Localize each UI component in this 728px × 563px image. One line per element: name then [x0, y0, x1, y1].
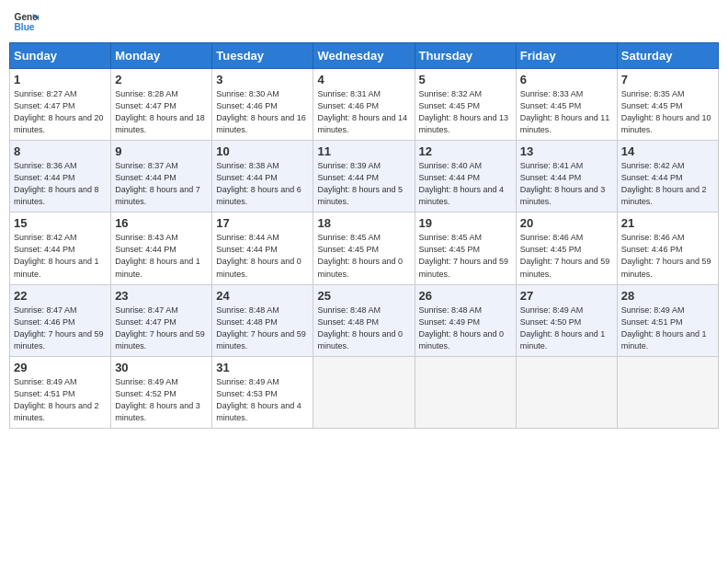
calendar-cell: 16 Sunrise: 8:43 AMSunset: 4:44 PMDaylig… [111, 213, 212, 284]
calendar-cell: 2 Sunrise: 8:28 AMSunset: 4:47 PMDayligh… [111, 69, 212, 141]
day-number: 11 [317, 144, 410, 158]
day-info: Sunrise: 8:37 AMSunset: 4:44 PMDaylight:… [115, 160, 208, 208]
day-info: Sunrise: 8:49 AMSunset: 4:52 PMDaylight:… [115, 376, 208, 424]
day-info: Sunrise: 8:27 AMSunset: 4:47 PMDaylight:… [14, 88, 107, 136]
day-number: 31 [216, 361, 309, 374]
day-number: 23 [115, 289, 208, 303]
calendar-cell [617, 356, 718, 428]
day-info: Sunrise: 8:36 AMSunset: 4:44 PMDaylight:… [14, 160, 107, 208]
day-info: Sunrise: 8:49 AMSunset: 4:51 PMDaylight:… [621, 304, 714, 352]
day-info: Sunrise: 8:38 AMSunset: 4:44 PMDaylight:… [216, 160, 309, 208]
page-header: General Blue [9, 9, 719, 35]
day-header-tuesday: Tuesday [212, 43, 313, 69]
calendar-cell: 17 Sunrise: 8:44 AMSunset: 4:44 PMDaylig… [212, 213, 313, 284]
day-number: 15 [14, 216, 107, 230]
day-info: Sunrise: 8:28 AMSunset: 4:47 PMDaylight:… [115, 88, 208, 136]
day-number: 6 [520, 73, 613, 86]
calendar-cell: 7 Sunrise: 8:35 AMSunset: 4:45 PMDayligh… [617, 69, 718, 141]
day-number: 26 [419, 289, 512, 303]
day-header-thursday: Thursday [415, 43, 516, 69]
day-number: 12 [419, 144, 512, 158]
calendar-cell [313, 356, 415, 428]
calendar-cell: 29 Sunrise: 8:49 AMSunset: 4:51 PMDaylig… [10, 356, 111, 428]
day-info: Sunrise: 8:46 AMSunset: 4:46 PMDaylight:… [621, 232, 714, 280]
day-info: Sunrise: 8:46 AMSunset: 4:45 PMDaylight:… [520, 232, 613, 280]
calendar-cell: 12 Sunrise: 8:40 AMSunset: 4:44 PMDaylig… [415, 141, 516, 213]
day-number: 18 [317, 216, 410, 230]
calendar-cell: 4 Sunrise: 8:31 AMSunset: 4:46 PMDayligh… [313, 69, 415, 141]
day-info: Sunrise: 8:45 AMSunset: 4:45 PMDaylight:… [419, 232, 512, 280]
calendar-cell: 31 Sunrise: 8:49 AMSunset: 4:53 PMDaylig… [212, 356, 313, 428]
calendar-cell: 6 Sunrise: 8:33 AMSunset: 4:45 PMDayligh… [516, 69, 617, 141]
day-info: Sunrise: 8:49 AMSunset: 4:53 PMDaylight:… [216, 376, 309, 424]
calendar-cell: 26 Sunrise: 8:48 AMSunset: 4:49 PMDaylig… [415, 284, 516, 356]
day-number: 14 [621, 144, 714, 158]
day-number: 9 [115, 144, 208, 158]
logo: General Blue [13, 9, 40, 35]
day-number: 27 [520, 289, 613, 303]
logo-icon: General Blue [13, 9, 39, 35]
day-info: Sunrise: 8:32 AMSunset: 4:45 PMDaylight:… [419, 88, 512, 136]
day-number: 10 [216, 144, 309, 158]
calendar-cell: 9 Sunrise: 8:37 AMSunset: 4:44 PMDayligh… [111, 141, 212, 213]
day-header-saturday: Saturday [617, 43, 718, 69]
day-info: Sunrise: 8:30 AMSunset: 4:46 PMDaylight:… [216, 88, 309, 136]
calendar-week-2: 8 Sunrise: 8:36 AMSunset: 4:44 PMDayligh… [10, 141, 719, 213]
svg-text:General: General [15, 12, 39, 22]
day-number: 8 [14, 144, 107, 158]
calendar-cell: 5 Sunrise: 8:32 AMSunset: 4:45 PMDayligh… [415, 69, 516, 141]
day-info: Sunrise: 8:33 AMSunset: 4:45 PMDaylight:… [520, 88, 613, 136]
day-number: 13 [520, 144, 613, 158]
calendar-cell [415, 356, 516, 428]
day-info: Sunrise: 8:43 AMSunset: 4:44 PMDaylight:… [115, 232, 208, 280]
day-info: Sunrise: 8:42 AMSunset: 4:44 PMDaylight:… [621, 160, 714, 208]
calendar-cell: 19 Sunrise: 8:45 AMSunset: 4:45 PMDaylig… [415, 213, 516, 284]
calendar-cell: 24 Sunrise: 8:48 AMSunset: 4:48 PMDaylig… [212, 284, 313, 356]
calendar-header-row: SundayMondayTuesdayWednesdayThursdayFrid… [10, 43, 719, 69]
day-info: Sunrise: 8:47 AMSunset: 4:46 PMDaylight:… [14, 304, 107, 352]
day-info: Sunrise: 8:35 AMSunset: 4:45 PMDaylight:… [621, 88, 714, 136]
calendar-cell: 8 Sunrise: 8:36 AMSunset: 4:44 PMDayligh… [10, 141, 111, 213]
calendar-cell: 28 Sunrise: 8:49 AMSunset: 4:51 PMDaylig… [617, 284, 718, 356]
day-number: 22 [14, 289, 107, 303]
day-number: 21 [621, 216, 714, 230]
day-info: Sunrise: 8:48 AMSunset: 4:48 PMDaylight:… [216, 304, 309, 352]
calendar-cell: 11 Sunrise: 8:39 AMSunset: 4:44 PMDaylig… [313, 141, 415, 213]
day-number: 20 [520, 216, 613, 230]
day-info: Sunrise: 8:45 AMSunset: 4:45 PMDaylight:… [317, 232, 410, 280]
day-info: Sunrise: 8:47 AMSunset: 4:47 PMDaylight:… [115, 304, 208, 352]
day-number: 25 [317, 289, 410, 303]
day-info: Sunrise: 8:44 AMSunset: 4:44 PMDaylight:… [216, 232, 309, 280]
day-info: Sunrise: 8:42 AMSunset: 4:44 PMDaylight:… [14, 232, 107, 280]
calendar-week-5: 29 Sunrise: 8:49 AMSunset: 4:51 PMDaylig… [10, 356, 719, 428]
svg-text:Blue: Blue [15, 22, 35, 32]
day-number: 4 [317, 73, 410, 86]
day-number: 16 [115, 216, 208, 230]
day-number: 24 [216, 289, 309, 303]
calendar-cell: 13 Sunrise: 8:41 AMSunset: 4:44 PMDaylig… [516, 141, 617, 213]
day-number: 7 [621, 73, 714, 86]
day-header-monday: Monday [111, 43, 212, 69]
day-number: 3 [216, 73, 309, 86]
calendar-cell: 10 Sunrise: 8:38 AMSunset: 4:44 PMDaylig… [212, 141, 313, 213]
calendar-table: SundayMondayTuesdayWednesdayThursdayFrid… [9, 42, 719, 429]
day-number: 28 [621, 289, 714, 303]
day-info: Sunrise: 8:49 AMSunset: 4:51 PMDaylight:… [14, 376, 107, 424]
calendar-cell: 1 Sunrise: 8:27 AMSunset: 4:47 PMDayligh… [10, 69, 111, 141]
day-info: Sunrise: 8:31 AMSunset: 4:46 PMDaylight:… [317, 88, 410, 136]
calendar-cell: 20 Sunrise: 8:46 AMSunset: 4:45 PMDaylig… [516, 213, 617, 284]
day-info: Sunrise: 8:49 AMSunset: 4:50 PMDaylight:… [520, 304, 613, 352]
day-info: Sunrise: 8:41 AMSunset: 4:44 PMDaylight:… [520, 160, 613, 208]
day-number: 30 [115, 361, 208, 374]
calendar-cell: 23 Sunrise: 8:47 AMSunset: 4:47 PMDaylig… [111, 284, 212, 356]
day-number: 17 [216, 216, 309, 230]
calendar-cell [516, 356, 617, 428]
day-number: 1 [14, 73, 107, 86]
calendar-cell: 3 Sunrise: 8:30 AMSunset: 4:46 PMDayligh… [212, 69, 313, 141]
day-number: 19 [419, 216, 512, 230]
calendar-cell: 25 Sunrise: 8:48 AMSunset: 4:48 PMDaylig… [313, 284, 415, 356]
calendar-week-3: 15 Sunrise: 8:42 AMSunset: 4:44 PMDaylig… [10, 213, 719, 284]
day-number: 5 [419, 73, 512, 86]
calendar-week-1: 1 Sunrise: 8:27 AMSunset: 4:47 PMDayligh… [10, 69, 719, 141]
calendar-week-4: 22 Sunrise: 8:47 AMSunset: 4:46 PMDaylig… [10, 284, 719, 356]
